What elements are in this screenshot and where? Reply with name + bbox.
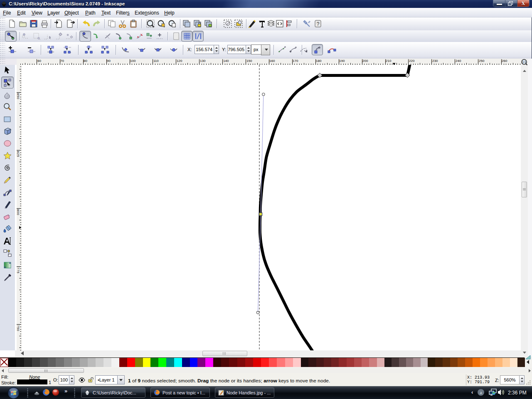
svg-text:1:1: 1:1 [522, 61, 526, 64]
svg-text:a: a [480, 390, 482, 395]
